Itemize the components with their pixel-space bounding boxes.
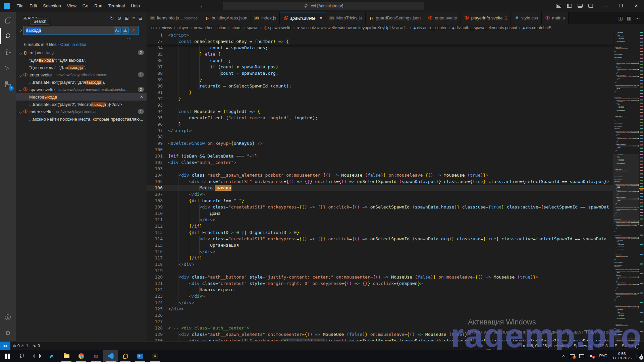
code-line[interactable]: 120<div class="auth__buttons" style="jus… — [147, 274, 613, 280]
code-line[interactable]: 128<!-- <div class="auth__center"> — [147, 325, 613, 331]
search-match-row[interactable]: "Для выхода": "Для выхода", — [16, 56, 147, 64]
taskbar-search[interactable] — [15, 350, 30, 362]
tab-playerinfo.svelte[interactable]: Ⓢplayerinfo.svelte1 — [461, 12, 511, 24]
code-line[interactable]: 89} — [147, 76, 613, 83]
whole-word-toggle[interactable]: ab — [122, 27, 129, 34]
breadcrumb-item[interactable]: ❖</script>ㄹㄹ<svelte:window on:keyup={onK… — [297, 25, 408, 31]
code-line[interactable]: 107</div> — [147, 191, 613, 197]
code-line[interactable]: 93 — [147, 102, 613, 108]
code-line[interactable]: 106Место выхода — [147, 185, 613, 191]
taskbar-file-explorer[interactable] — [59, 350, 74, 362]
code-line[interactable]: 90returnId = onSelectSpawnId (count); — [147, 83, 613, 89]
open-search-editor-icon[interactable]: ⊞ — [125, 15, 129, 21]
command-center[interactable]: cef [Administrator] — [223, 2, 424, 10]
code-line[interactable]: 124</div> — [147, 299, 613, 306]
code-line[interactable]: 130<div class="createbutSt" on:keypress=… — [147, 338, 613, 341]
code-line[interactable]: 85} else { — [147, 51, 613, 57]
code-line[interactable]: 87if (count < spawnData.pos) — [147, 64, 613, 70]
code-line[interactable]: 116</div> — [147, 248, 613, 255]
menu-file[interactable]: File — [13, 2, 26, 10]
search-file-row[interactable]: {}ru.jsonlang2 — [16, 49, 147, 56]
code-line[interactable]: 127 — [147, 318, 613, 325]
activity-settings[interactable]: ⚙ — [0, 325, 16, 341]
menu-view[interactable]: View — [64, 2, 79, 10]
eol[interactable]: LF — [610, 342, 620, 350]
tray-clock[interactable]: 0:5617.10.2025 — [609, 350, 634, 362]
activity-search[interactable] — [0, 28, 16, 44]
taskbar-vscode[interactable] — [103, 350, 118, 362]
tab-main.s[interactable]: Ⓢmain.s — [542, 12, 569, 24]
toggle-sidebar-icon[interactable] — [565, 2, 574, 10]
taskbar-internet-explorer[interactable]: e — [44, 350, 59, 362]
collapse-all-icon[interactable]: ⊟ — [139, 15, 143, 21]
activity-source-control[interactable] — [0, 44, 16, 60]
tab-itemsInfo.js[interactable]: JSitemsInfo.js ...\clothes — [147, 12, 201, 24]
overview-ruler[interactable] — [639, 32, 644, 341]
code-line[interactable]: 99<svelte:window on:keyup={onKeyUp} /> — [147, 140, 613, 146]
code-line[interactable]: 126 — [147, 312, 613, 318]
breadcrumb-item[interactable]: spawn — [247, 25, 259, 30]
tray-alert-icon[interactable]: ! — [568, 350, 577, 362]
language-mode[interactable]: Svelte — [620, 342, 635, 350]
code-line[interactable]: 94const MouseUse = (toggled) => { — [147, 108, 613, 115]
problems-status[interactable]: ⊗0 ⚠1 — [10, 342, 31, 350]
menu-go[interactable]: Go — [79, 2, 91, 10]
breadcrumb-item[interactable]: views — [162, 25, 172, 30]
taskbar-ragemp[interactable]: R — [148, 350, 162, 362]
toggle-panel-icon[interactable] — [576, 2, 584, 10]
toggle-secondary-sidebar-icon[interactable] — [586, 2, 595, 10]
code-line[interactable]: 77const onSelectSpawnIdToKey = (number) … — [147, 38, 613, 45]
menu-terminal[interactable]: Terminal — [105, 2, 128, 10]
toggle-search-details-icon[interactable]: ... — [127, 35, 132, 41]
taskbar-navicat[interactable] — [118, 350, 133, 362]
code-line[interactable]: 98 — [147, 134, 613, 140]
code-line[interactable]: 91} — [147, 89, 613, 96]
code-line[interactable]: 114<div class="createbutSt1" on:keypress… — [147, 236, 613, 242]
view-as-list-icon[interactable]: ≡ — [132, 15, 135, 21]
customize-layout-icon[interactable] — [554, 2, 563, 10]
maximize-button[interactable]: ❐ — [613, 0, 629, 12]
minimap[interactable] — [613, 32, 639, 341]
nav-back-icon[interactable]: ← — [200, 3, 205, 9]
code-line[interactable]: 109<div class="createbutSt1" on:keypress… — [147, 204, 613, 210]
code-line[interactable]: 113{#if FractionID > 0 || OrganizationID… — [147, 229, 613, 236]
menu-run[interactable]: Run — [91, 2, 105, 10]
breadcrumb-item[interactable]: src — [151, 25, 157, 30]
remote-indicator[interactable]: >< — [0, 342, 10, 350]
close-tab-icon[interactable]: ✕ — [319, 16, 322, 20]
code-line[interactable]: 102<div class="auth__center"> — [147, 159, 613, 166]
search-file-row[interactable]: Ⓢenter.sveltesrc\views\player\hud\elemen… — [16, 71, 147, 78]
code-line[interactable]: 95executeClient ("client.camera.toggled"… — [147, 115, 613, 121]
horizontal-scrollbar[interactable] — [281, 339, 325, 341]
regex-toggle[interactable]: .* — [130, 27, 137, 34]
activity-account[interactable] — [0, 309, 16, 325]
code-line[interactable]: 121<div class="createbut" style="margin-… — [147, 280, 613, 287]
code-line[interactable]: 123</div> — [147, 293, 613, 299]
code-line[interactable]: 115Организация — [147, 242, 613, 248]
code-line[interactable]: 103 — [147, 166, 613, 172]
refresh-icon[interactable]: ↻ — [110, 15, 114, 21]
tab-spawn.svelte[interactable]: Ⓢspawn.svelte✕ — [280, 12, 326, 24]
match-case-toggle[interactable]: Aa — [114, 27, 121, 34]
code-line[interactable]: 104<div class="auth__spawn_elements posb… — [147, 172, 613, 178]
tray-notifications-icon[interactable]: 1 — [634, 350, 644, 362]
ports-status[interactable]: ↯0 — [31, 342, 42, 350]
split-editor-icon[interactable]: ◫ — [619, 15, 623, 21]
code-line[interactable]: 101{#if !isBan && DeleteData === "-"} — [147, 153, 613, 159]
code-line[interactable]: 86count--; — [147, 57, 613, 64]
code-line[interactable]: 108{#if houseId !== "-"} — [147, 197, 613, 204]
code-line[interactable]: 110Дома — [147, 210, 613, 217]
menu-help[interactable]: Help — [128, 2, 143, 10]
tab-index.js[interactable]: JSindex.js — [251, 12, 280, 24]
code-line[interactable]: 88count = spawnData.org; — [147, 70, 613, 76]
cursor-position[interactable]: Ln 106, Col 25 (6 selected) — [518, 342, 571, 350]
activity-run-debug[interactable] — [0, 60, 16, 76]
tray-volume-muted-icon[interactable]: ✕ — [587, 350, 597, 362]
menu-edit[interactable]: Edit — [26, 2, 40, 10]
tab-MotoTricks.js[interactable]: JSMotoTricks.js — [326, 12, 366, 24]
search-input[interactable]: выхода Aaab.* — [23, 26, 139, 35]
minimize-button[interactable]: — — [598, 0, 613, 12]
breadcrumb-item[interactable]: Ⓢspawn.svelte — [264, 25, 291, 31]
breadcrumb-item[interactable]: ◈div.createbutSt — [523, 25, 553, 30]
code-line[interactable]: 1<script> — [147, 32, 613, 38]
